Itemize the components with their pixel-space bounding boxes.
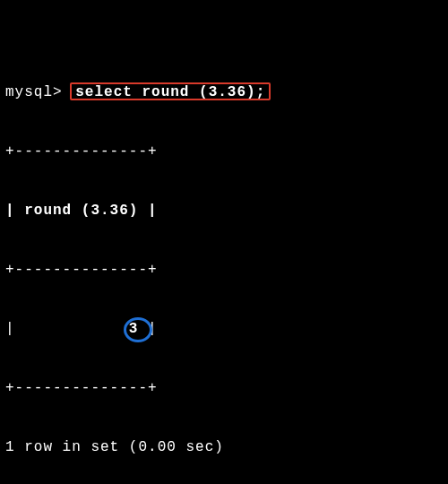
row-prefix: | <box>5 321 129 337</box>
result-cell: 3 <box>129 319 139 339</box>
row-suffix: | <box>138 321 157 337</box>
terminal-output: mysql> select round (3.36); +-----------… <box>0 0 448 484</box>
prompt-label: mysql> <box>5 84 63 100</box>
result-footer: 1 row in set (0.00 sec) <box>5 437 443 457</box>
table-row: | 3 | <box>5 319 443 339</box>
table-border: +--------------+ <box>5 260 443 280</box>
prompt-line[interactable]: mysql> select round (3.36); <box>5 82 443 102</box>
result-value: 3 <box>129 321 139 337</box>
sql-command: select round (3.36); <box>70 82 271 100</box>
table-border: +--------------+ <box>5 142 443 161</box>
table-border: +--------------+ <box>5 378 443 398</box>
table-header: | round (3.36) | <box>5 201 443 220</box>
